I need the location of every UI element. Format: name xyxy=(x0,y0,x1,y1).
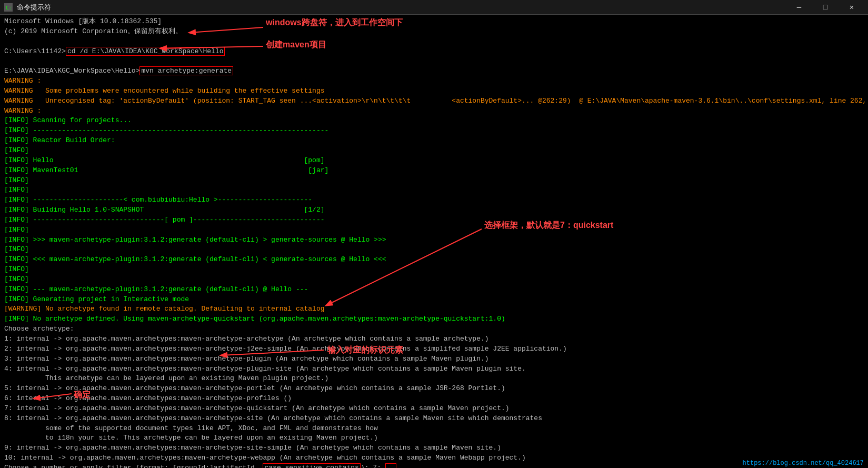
annotation-framework: 选择框架，默认就是7：quickstart xyxy=(484,220,613,231)
terminal-content: Microsoft Windows [版本 10.0.18362.535] (c… xyxy=(0,15,868,468)
line-37: This archetype can be layered upon an ex… xyxy=(4,374,864,384)
line-28: [INFO] --- maven-archetype-plugin:3.1.2:… xyxy=(4,285,864,295)
title-bar-left: C:\ 命令提示符 xyxy=(4,3,51,12)
line-25: [INFO] <<< maven-archetype-plugin:3.1.2:… xyxy=(4,255,864,265)
line-16: [INFO] MavenTest01 [jar] xyxy=(4,166,864,176)
line-21: [INFO] --------------------------------[… xyxy=(4,215,864,225)
line-10: WARNING : xyxy=(4,106,864,116)
line-40: 7: internal -> org.apache.maven.archetyp… xyxy=(4,404,864,414)
line-1: Microsoft Windows [版本 10.0.18362.535] xyxy=(4,17,864,27)
line-27: [INFO] xyxy=(4,275,864,285)
minimize-button[interactable]: — xyxy=(787,0,811,15)
annotation-crossdisk: windows跨盘符，进入到工作空间下 xyxy=(266,17,403,28)
line-33: 1: internal -> org.apache.maven.archetyp… xyxy=(4,334,864,344)
line-17: [INFO] xyxy=(4,176,864,186)
line-22: [INFO] xyxy=(4,225,864,235)
line-7: WARNING : xyxy=(4,76,864,86)
line-19: [INFO] ----------------------< com.biubi… xyxy=(4,195,864,205)
line-18: [INFO] xyxy=(4,185,864,195)
line-43: to i18n your site. This archetype can be… xyxy=(4,433,864,443)
line-5 xyxy=(4,56,864,66)
line-24: [INFO] xyxy=(4,245,864,255)
line-20: [INFO] Building Hello 1.0-SNAPSHOT [1/2] xyxy=(4,205,864,215)
annotation-input: 输入对应的标识元素 xyxy=(327,345,403,356)
line-32: Choose archetype: xyxy=(4,324,864,334)
svg-text:C:\: C:\ xyxy=(6,5,12,11)
status-bar-url: https://blog.csdn.net/qq_4024617 xyxy=(739,459,868,468)
line-29: [INFO] Generating project in Interactive… xyxy=(4,295,864,305)
line-14: [INFO] xyxy=(4,146,864,156)
terminal-icon: C:\ xyxy=(4,3,13,12)
line-26: [INFO] xyxy=(4,265,864,275)
title-bar: C:\ 命令提示符 — □ ✕ xyxy=(0,0,868,15)
line-41: 8: internal -> org.apache.maven.archetyp… xyxy=(4,414,864,424)
line-23: [INFO] >>> maven-archetype-plugin:3.1.2:… xyxy=(4,235,864,245)
line-3 xyxy=(4,37,864,47)
window-title: 命令提示符 xyxy=(17,3,51,12)
line-36: 4: internal -> org.apache.maven.archetyp… xyxy=(4,364,864,374)
annotation-confirm: 确定 xyxy=(74,390,91,401)
line-12: [INFO] ---------------------------------… xyxy=(4,126,864,136)
line-38: 5: internal -> org.apache.maven.archetyp… xyxy=(4,384,864,394)
annotation-maven: 创建maven项目 xyxy=(266,39,326,51)
line-9: WARNING Unrecognised tag: 'actionByDefau… xyxy=(4,96,864,106)
close-button[interactable]: ✕ xyxy=(840,0,864,15)
line-31: [INFO] No archetype defined. Using maven… xyxy=(4,314,864,324)
line-2: (c) 2019 Microsoft Corporation。保留所有权利。 xyxy=(4,27,864,37)
line-15: [INFO] Hello [pom] xyxy=(4,156,864,166)
line-4: C:\Users\11142>cd /d E:\JAVA\IDEA\KGC_Wo… xyxy=(4,47,864,57)
line-8: WARNING Some problems were encountered w… xyxy=(4,86,864,96)
line-44: 9: internal -> org.apache.maven.archetyp… xyxy=(4,443,864,453)
line-42: some of the supported document types lik… xyxy=(4,424,864,434)
line-13: [INFO] Reactor Build Order: xyxy=(4,136,864,146)
line-35: 3: internal -> org.apache.maven.archetyp… xyxy=(4,354,864,364)
line-11: [INFO] Scanning for projects... xyxy=(4,116,864,126)
line-30: [WARNING] No archetype found in remote c… xyxy=(4,304,864,314)
title-bar-controls: — □ ✕ xyxy=(787,0,864,15)
line-6: E:\JAVA\IDEA\KGC_WorkSpace\Hello>mvn arc… xyxy=(4,66,864,76)
line-46: Choose a number or apply filter (format:… xyxy=(4,463,864,468)
line-45: 10: internal -> org.apache.maven.archety… xyxy=(4,453,864,463)
maximize-button[interactable]: □ xyxy=(813,0,837,15)
line-34: 2: internal -> org.apache.maven.archetyp… xyxy=(4,344,864,354)
line-39: 6: internal -> org.apache.maven.archetyp… xyxy=(4,394,864,404)
